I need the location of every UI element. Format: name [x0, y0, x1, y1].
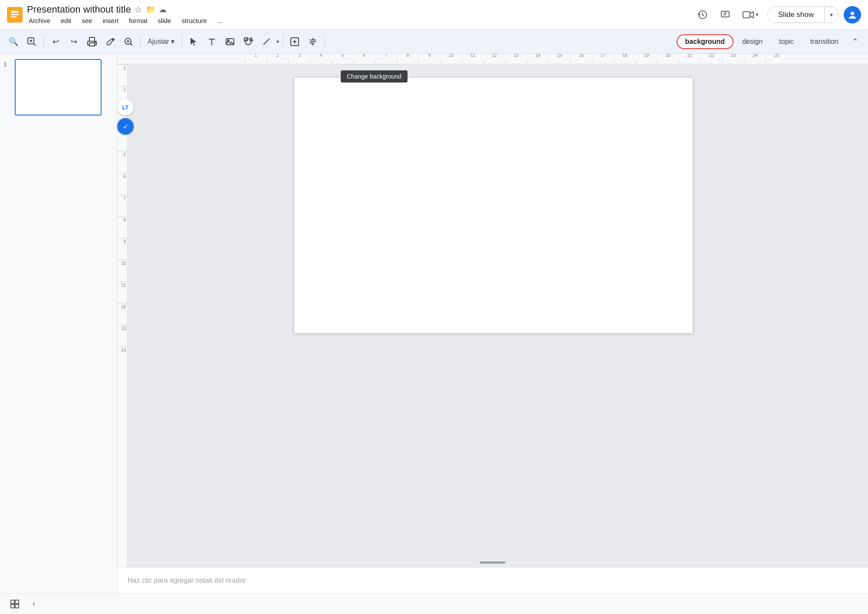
cloud-icon[interactable]: ☁	[159, 5, 167, 14]
bottom-left: ‹	[7, 596, 42, 612]
ruler-left-mark-10: 10	[117, 260, 127, 281]
slide-number-1: 1	[3, 61, 11, 68]
ajustar-dropdown[interactable]: Ajustar ▾	[144, 36, 178, 47]
top-bar-left: Presentation without title ☆ 📁 ☁ Archive…	[7, 4, 224, 25]
svg-rect-38	[11, 600, 14, 604]
slide-workspace: 1 2 3 4 5 6 7 8 9 10 11 12 13 14	[117, 64, 868, 567]
menu-slide[interactable]: slide	[156, 16, 173, 25]
ruler-mark-14: 14	[527, 59, 549, 64]
menu-archive[interactable]: Archive	[27, 16, 52, 25]
tab-design[interactable]: design	[734, 35, 770, 48]
svg-rect-1	[11, 11, 19, 13]
video-button[interactable]: ▾	[739, 8, 762, 22]
ruler-left-mark-1: 1	[117, 64, 127, 86]
menu-structure[interactable]: structure	[180, 16, 208, 25]
svg-rect-40	[11, 604, 14, 608]
redo-button[interactable]: ↪	[66, 33, 82, 50]
toolbar-separator-1	[43, 36, 44, 48]
lt-button[interactable]: LT	[117, 99, 134, 116]
ruler-left-mark-11: 11	[117, 281, 127, 303]
menu-insert[interactable]: insert	[101, 16, 120, 25]
check-button[interactable]: ✓	[117, 118, 134, 135]
ruler-mark-20: 20	[657, 59, 679, 64]
content-area: 1 2 3 4 5 6 7 8 9 10 11 12 13 14 15 16 1…	[117, 54, 868, 593]
zoom-fit-button[interactable]	[120, 33, 137, 50]
toolbar-separator-2	[140, 36, 141, 48]
menu-format[interactable]: format	[127, 16, 149, 25]
ruler-mark-4: 4	[310, 59, 332, 64]
svg-line-19	[130, 43, 132, 46]
tab-background[interactable]: background	[677, 34, 734, 49]
menu-more[interactable]: ...	[216, 16, 225, 25]
comment-button[interactable]	[717, 6, 734, 23]
line-button[interactable]	[258, 33, 275, 50]
check-icon: ✓	[123, 122, 128, 131]
slide-thumbnail-1[interactable]	[15, 59, 102, 116]
toolbar: 🔍 ↩ ↪ Ajustar	[0, 30, 868, 54]
ruler-mark-5: 5	[332, 59, 353, 64]
ruler-left-mark-12: 12	[117, 303, 127, 325]
svg-rect-2	[11, 14, 19, 15]
print-button[interactable]	[84, 33, 100, 50]
tab-transition[interactable]: transition	[802, 35, 846, 48]
bottom-bar: ‹	[0, 593, 868, 614]
avatar-button[interactable]	[844, 6, 861, 23]
ruler-mark-8: 8	[397, 59, 418, 64]
folder-icon[interactable]: 📁	[146, 5, 155, 14]
paint-button[interactable]	[102, 33, 118, 50]
menu-edit[interactable]: edit	[59, 16, 73, 25]
notes-placeholder[interactable]: Haz clic para agregar notas del orador	[128, 577, 246, 584]
right-tabs: background design topic transition ⌃	[677, 34, 863, 50]
svg-line-29	[263, 39, 270, 45]
ruler-left-mark-8: 8	[117, 216, 127, 238]
doc-title[interactable]: Presentation without title	[27, 4, 131, 15]
slide-canvas[interactable]	[294, 77, 693, 333]
undo-button[interactable]: ↩	[47, 33, 64, 50]
ruler-top-marks: 1 2 3 4 5 6 7 8 9 10 11 12 13 14 15 16 1…	[245, 59, 787, 64]
grid-view-button[interactable]	[7, 596, 23, 612]
image-button[interactable]	[222, 33, 238, 50]
ruler-mark-3: 3	[288, 59, 310, 64]
ruler-mark-2: 2	[266, 59, 288, 64]
slide-drag-handle[interactable]	[480, 561, 506, 564]
collapse-panel-button[interactable]: ‹	[26, 596, 42, 612]
add-box-button[interactable]	[286, 33, 303, 50]
svg-rect-41	[15, 604, 19, 608]
slide-canvas-wrap	[128, 64, 868, 567]
slideshow-button[interactable]: Slide show	[768, 7, 824, 23]
toolbar-separator-4	[283, 36, 283, 48]
align-button[interactable]	[305, 33, 321, 50]
svg-rect-3	[11, 16, 16, 17]
slide-panel: 1	[0, 54, 117, 593]
menu-see[interactable]: see	[80, 16, 94, 25]
text-button[interactable]	[204, 33, 220, 50]
tab-topic[interactable]: topic	[771, 35, 802, 48]
slideshow-dropdown-button[interactable]: ▾	[825, 8, 838, 22]
ruler-mark-23: 23	[722, 59, 744, 64]
collapse-toolbar-button[interactable]: ⌃	[847, 34, 863, 50]
zoom-add-button[interactable]	[23, 33, 40, 50]
top-bar: Presentation without title ☆ 📁 ☁ Archive…	[0, 0, 868, 30]
main-area: 1 1 2 3 4 5 6 7 8 9 10 11 12 13 14 15	[0, 54, 868, 593]
search-button[interactable]: 🔍	[5, 33, 22, 50]
ruler-mark-1: 1	[245, 59, 266, 64]
line-arrow-icon[interactable]: ▾	[276, 39, 279, 45]
ruler-mark-17: 17	[592, 59, 614, 64]
svg-rect-39	[15, 600, 19, 604]
svg-point-9	[851, 12, 854, 15]
svg-rect-15	[89, 43, 95, 46]
ruler-mark-22: 22	[700, 59, 722, 64]
shape-button[interactable]	[240, 33, 256, 50]
svg-rect-14	[89, 37, 95, 41]
video-arrow-icon: ▾	[756, 11, 759, 18]
toolbar-separator-3	[181, 36, 182, 48]
ruler-left: 1 2 3 4 5 6 7 8 9 10 11 12 13 14	[117, 64, 128, 567]
notes-area[interactable]: Haz clic para agregar notas del orador	[117, 567, 868, 593]
ruler-left-mark-9: 9	[117, 238, 127, 260]
cursor-button[interactable]	[185, 33, 202, 50]
svg-line-13	[34, 44, 36, 46]
ruler-top: 1 2 3 4 5 6 7 8 9 10 11 12 13 14 15 16 1…	[117, 54, 868, 64]
ruler-left-mark-14: 14	[117, 347, 127, 368]
star-icon[interactable]: ☆	[135, 4, 142, 15]
history-button[interactable]	[694, 6, 711, 23]
